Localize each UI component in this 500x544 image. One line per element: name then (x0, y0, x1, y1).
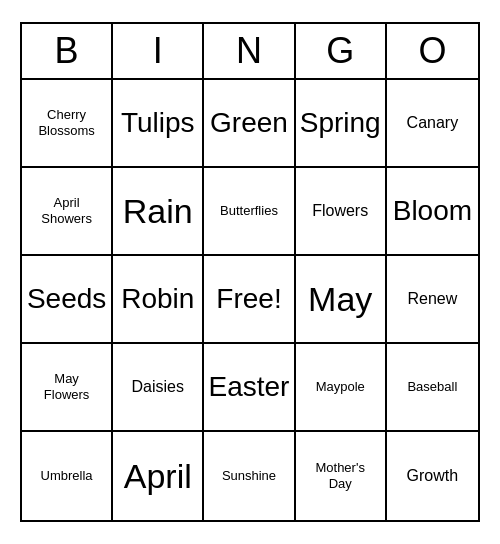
cell-r0-c4: Canary (387, 80, 478, 168)
cell-r3-c0: MayFlowers (22, 344, 113, 432)
cell-text: Growth (407, 466, 459, 485)
cell-text: Free! (216, 282, 281, 316)
cell-r1-c1: Rain (113, 168, 204, 256)
cell-text: Rain (123, 191, 193, 232)
cell-r2-c1: Robin (113, 256, 204, 344)
cell-r4-c4: Growth (387, 432, 478, 520)
cell-r4-c0: Umbrella (22, 432, 113, 520)
cell-text: Sunshine (222, 468, 276, 484)
bingo-header: BINGO (22, 24, 478, 80)
cell-text: Butterflies (220, 203, 278, 219)
cell-r0-c0: CherryBlossoms (22, 80, 113, 168)
cell-r1-c4: Bloom (387, 168, 478, 256)
cell-text: AprilShowers (41, 195, 92, 226)
cell-text: CherryBlossoms (38, 107, 94, 138)
cell-r2-c2: Free! (204, 256, 295, 344)
cell-text: Seeds (27, 282, 106, 316)
cell-text: Umbrella (41, 468, 93, 484)
header-letter: G (296, 24, 387, 78)
cell-text: Renew (407, 289, 457, 308)
header-letter: N (204, 24, 295, 78)
cell-r3-c4: Baseball (387, 344, 478, 432)
cell-r3-c2: Easter (204, 344, 295, 432)
cell-text: Baseball (407, 379, 457, 395)
header-letter: I (113, 24, 204, 78)
cell-text: Tulips (121, 106, 195, 140)
cell-text: Daisies (132, 377, 184, 396)
bingo-grid: CherryBlossomsTulipsGreenSpringCanaryApr… (22, 80, 478, 520)
cell-r1-c2: Butterflies (204, 168, 295, 256)
cell-r1-c3: Flowers (296, 168, 387, 256)
cell-text: Robin (121, 282, 194, 316)
cell-text: Flowers (312, 201, 368, 220)
cell-text: May (308, 279, 372, 320)
cell-r4-c3: Mother'sDay (296, 432, 387, 520)
cell-r0-c2: Green (204, 80, 295, 168)
cell-text: Bloom (393, 194, 472, 228)
cell-text: MayFlowers (44, 371, 90, 402)
cell-r2-c3: May (296, 256, 387, 344)
cell-text: April (124, 456, 192, 497)
cell-r4-c1: April (113, 432, 204, 520)
cell-text: Canary (407, 113, 459, 132)
header-letter: B (22, 24, 113, 78)
cell-r2-c4: Renew (387, 256, 478, 344)
cell-text: Green (210, 106, 288, 140)
cell-r4-c2: Sunshine (204, 432, 295, 520)
header-letter: O (387, 24, 478, 78)
cell-r2-c0: Seeds (22, 256, 113, 344)
cell-text: Mother'sDay (315, 460, 364, 491)
cell-r3-c1: Daisies (113, 344, 204, 432)
cell-text: Spring (300, 106, 381, 140)
cell-text: Maypole (316, 379, 365, 395)
cell-r3-c3: Maypole (296, 344, 387, 432)
cell-r0-c3: Spring (296, 80, 387, 168)
cell-r1-c0: AprilShowers (22, 168, 113, 256)
cell-text: Easter (209, 370, 290, 404)
bingo-card: BINGO CherryBlossomsTulipsGreenSpringCan… (20, 22, 480, 522)
cell-r0-c1: Tulips (113, 80, 204, 168)
